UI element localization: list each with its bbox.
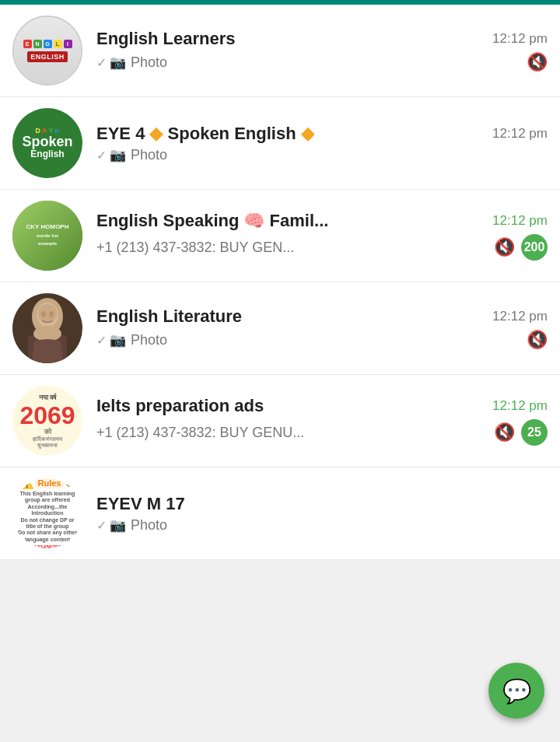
check-icon: ✓ [96, 148, 107, 163]
avatar-ielts: नया वर्ष 2069 को हार्दिक मंगलमयशुभकामना [12, 386, 82, 456]
chat-content-eye4: EYE 4 ◆ Spoken English ◆ 12:12 pm ✓ 📷 Ph… [96, 124, 548, 163]
unread-badge: 200 [521, 234, 548, 261]
mute-icon: 🔇 [494, 422, 515, 443]
chat-preview: ✓ 📷 Photo [96, 147, 548, 163]
chat-preview: ✓ 📷 Photo [96, 517, 548, 534]
chat-name: Ielts preparation ads [96, 396, 264, 416]
chat-name: English Literature [96, 306, 242, 327]
svg-point-5 [41, 311, 46, 317]
fab-icon: 💬 [502, 677, 531, 705]
chat-content-english-learners: English Learners 12:12 pm ✓ 📷 Photo 🔇 [96, 29, 548, 72]
chat-item-ielts[interactable]: नया वर्ष 2069 को हार्दिक मंगलमयशुभकामना … [0, 375, 560, 467]
chat-name: EYEV M 17 [96, 494, 185, 514]
camera-icon: 📷 [110, 332, 126, 348]
chat-name: English Speaking 🧠‍ Famil... [96, 211, 328, 231]
chat-preview: ✓ 📷 Photo [96, 54, 520, 71]
chat-list: E N G L I ENGLISH English Learners 12:12… [0, 5, 560, 560]
chat-item-eye4[interactable]: DAYN Spoken English EYE 4 ◆ Spoken Engli… [0, 97, 560, 190]
chat-time: 12:12 pm [492, 31, 548, 47]
camera-icon: 📷 [110, 147, 126, 163]
chat-time: 12:12 pm [492, 309, 548, 324]
svg-point-4 [38, 304, 57, 323]
mute-icon: 🔇 [527, 52, 548, 72]
avatar-eyevm17: ⚠️ Rules 🟢 This English learning group a… [12, 478, 82, 548]
chat-item-eyevm17[interactable]: ⚠️ Rules 🟢 This English learning group a… [0, 467, 560, 560]
avatar-english-speaking: CKY HOMOPHwords listexample [12, 201, 82, 271]
camera-icon: 📷 [110, 517, 126, 534]
fab-new-chat[interactable]: 💬 [488, 663, 544, 719]
chat-time: 12:12 pm [492, 398, 548, 414]
chat-content-english-speaking: English Speaking 🧠‍ Famil... 12:12 pm +1… [96, 211, 548, 261]
unread-badge: 25 [521, 419, 548, 446]
chat-name: EYE 4 ◆ Spoken English ◆ [96, 124, 314, 144]
lit-portrait-svg [12, 293, 82, 363]
chat-item-english-lit[interactable]: English Literature 12:12 pm ✓ 📷 Photo 🔇 [0, 282, 560, 375]
chat-preview: +1 (213) 437-3832: BUY GEN... [96, 240, 488, 256]
chat-content-english-lit: English Literature 12:12 pm ✓ 📷 Photo 🔇 [96, 306, 548, 350]
check-icon: ✓ [96, 333, 107, 348]
check-icon: ✓ [96, 55, 107, 70]
chat-item-english-learners[interactable]: E N G L I ENGLISH English Learners 12:12… [0, 5, 560, 97]
chat-preview: ✓ 📷 Photo [96, 332, 520, 348]
svg-point-6 [49, 311, 54, 317]
avatar-eye4: DAYN Spoken English [12, 108, 82, 178]
mute-icon: 🔇 [527, 330, 548, 350]
camera-icon: 📷 [110, 54, 126, 71]
chat-preview: +1 (213) 437-3832: BUY GENU... [96, 425, 488, 441]
chat-content-ielts: Ielts preparation ads 12:12 pm +1 (213) … [96, 396, 548, 446]
check-icon: ✓ [96, 518, 107, 533]
chat-time: 12:12 pm [492, 213, 548, 229]
mute-icon: 🔇 [494, 237, 515, 257]
chat-content-eyevm17: EYEV M 17 ✓ 📷 Photo [96, 494, 548, 534]
chat-item-english-speaking[interactable]: CKY HOMOPHwords listexample English Spea… [0, 190, 560, 282]
chat-name: English Learners [96, 29, 236, 49]
avatar-english-lit [12, 293, 82, 363]
avatar-english-learners: E N G L I ENGLISH [12, 16, 82, 86]
chat-time: 12:12 pm [492, 126, 548, 142]
